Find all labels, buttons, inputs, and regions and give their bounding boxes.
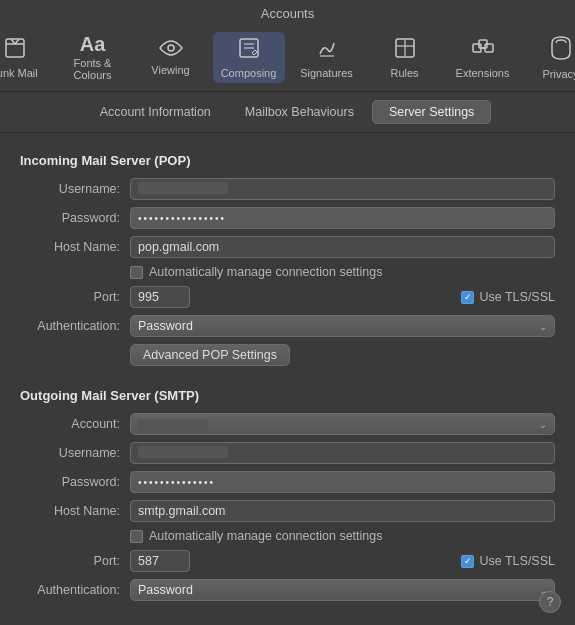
incoming-auto-manage-label: Automatically manage connection settings [149, 265, 382, 279]
toolbar-item-signatures[interactable]: Signatures [291, 32, 363, 83]
outgoing-username-label: Username: [20, 446, 130, 460]
incoming-hostname-label: Host Name: [20, 240, 130, 254]
outgoing-account-masked [138, 417, 208, 431]
outgoing-section-header: Outgoing Mail Server (SMTP) [20, 388, 555, 403]
outgoing-auth-label: Authentication: [20, 583, 130, 597]
advanced-pop-button[interactable]: Advanced POP Settings [130, 344, 290, 366]
outgoing-auth-row: Authentication: Password ⌄ [20, 579, 555, 601]
outgoing-account-arrow-icon: ⌄ [539, 419, 547, 430]
outgoing-account-dropdown[interactable]: ⌄ [130, 413, 555, 435]
outgoing-auth-dropdown[interactable]: Password ⌄ [130, 579, 555, 601]
incoming-username-label: Username: [20, 182, 130, 196]
outgoing-password-row: Password: •••••••••••••• [20, 471, 555, 493]
incoming-auto-manage-row: Automatically manage connection settings [130, 265, 555, 279]
incoming-auth-dropdown[interactable]: Password ⌄ [130, 315, 555, 337]
fonts-colours-icon: Aa [80, 34, 106, 54]
viewing-label: Viewing [151, 64, 189, 76]
toolbar-item-fonts-colours[interactable]: Aa Fonts & Colours [57, 30, 129, 85]
outgoing-account-row: Account: ⌄ [20, 413, 555, 435]
extensions-label: Extensions [456, 67, 510, 79]
outgoing-hostname-label: Host Name: [20, 504, 130, 518]
incoming-password-row: Password: •••••••••••••••• [20, 207, 555, 229]
outgoing-username-input[interactable] [130, 442, 555, 464]
outgoing-account-label: Account: [20, 417, 130, 431]
toolbar-item-viewing[interactable]: Viewing [135, 35, 207, 80]
toolbar-item-extensions[interactable]: Extensions [447, 32, 519, 83]
incoming-hostname-row: Host Name: pop.gmail.com [20, 236, 555, 258]
tab-server-settings[interactable]: Server Settings [372, 100, 491, 124]
outgoing-port-row: Port: Use TLS/SSL [20, 550, 555, 572]
settings-content: Incoming Mail Server (POP) Username: Pas… [0, 133, 575, 625]
advanced-pop-row: Advanced POP Settings [20, 344, 555, 376]
incoming-password-input[interactable]: •••••••••••••••• [130, 207, 555, 229]
outgoing-auto-manage-label: Automatically manage connection settings [149, 529, 382, 543]
incoming-auth-value: Password [138, 319, 193, 333]
svg-rect-0 [6, 39, 24, 57]
toolbar-item-rules[interactable]: Rules [369, 32, 441, 83]
outgoing-tls-group: Use TLS/SSL [461, 554, 555, 568]
outgoing-port-input[interactable] [130, 550, 190, 572]
toolbar-item-junk-mail[interactable]: Junk Mail [0, 32, 51, 83]
window-title: Accounts [261, 6, 314, 21]
junk-mail-label: Junk Mail [0, 67, 38, 79]
svg-point-4 [168, 45, 174, 51]
incoming-tls-group: Use TLS/SSL [461, 290, 555, 304]
outgoing-tls-label: Use TLS/SSL [479, 554, 555, 568]
signatures-icon [315, 36, 339, 64]
outgoing-username-row: Username: [20, 442, 555, 464]
privacy-label: Privacy [542, 68, 575, 80]
toolbar-item-privacy[interactable]: Privacy [525, 31, 576, 84]
rules-icon [393, 36, 417, 64]
incoming-auth-label: Authentication: [20, 319, 130, 333]
junk-mail-icon [3, 36, 27, 64]
incoming-auto-manage-checkbox[interactable] [130, 266, 143, 279]
incoming-password-label: Password: [20, 211, 130, 225]
tab-bar: Account Information Mailbox Behaviours S… [0, 92, 575, 133]
extensions-icon [470, 36, 496, 64]
outgoing-tls-checkbox[interactable] [461, 555, 474, 568]
incoming-username-input[interactable] [130, 178, 555, 200]
rules-label: Rules [390, 67, 418, 79]
outgoing-password-input[interactable]: •••••••••••••• [130, 471, 555, 493]
tab-account-info[interactable]: Account Information [84, 101, 227, 123]
incoming-username-row: Username: [20, 178, 555, 200]
incoming-section-header: Incoming Mail Server (POP) [20, 153, 555, 168]
outgoing-auto-manage-row: Automatically manage connection settings [130, 529, 555, 543]
tab-mailbox-behaviours[interactable]: Mailbox Behaviours [229, 101, 370, 123]
incoming-tls-checkbox[interactable] [461, 291, 474, 304]
incoming-port-label: Port: [20, 290, 130, 304]
help-button[interactable]: ? [539, 591, 561, 613]
outgoing-port-label: Port: [20, 554, 130, 568]
incoming-hostname-input[interactable]: pop.gmail.com [130, 236, 555, 258]
outgoing-hostname-row: Host Name: smtp.gmail.com [20, 500, 555, 522]
outgoing-auth-value: Password [138, 583, 193, 597]
outgoing-hostname-input[interactable]: smtp.gmail.com [130, 500, 555, 522]
composing-label: Composing [221, 67, 277, 79]
signatures-label: Signatures [300, 67, 353, 79]
incoming-tls-label: Use TLS/SSL [479, 290, 555, 304]
incoming-port-input[interactable] [130, 286, 190, 308]
toolbar-item-composing[interactable]: Composing [213, 32, 285, 83]
incoming-auth-row: Authentication: Password ⌄ [20, 315, 555, 337]
viewing-icon [158, 39, 184, 61]
privacy-icon [550, 35, 572, 65]
outgoing-auto-manage-checkbox[interactable] [130, 530, 143, 543]
outgoing-password-label: Password: [20, 475, 130, 489]
incoming-auth-arrow-icon: ⌄ [539, 321, 547, 332]
fonts-colours-label: Fonts & Colours [59, 57, 127, 81]
incoming-port-row: Port: Use TLS/SSL [20, 286, 555, 308]
composing-icon [237, 36, 261, 64]
